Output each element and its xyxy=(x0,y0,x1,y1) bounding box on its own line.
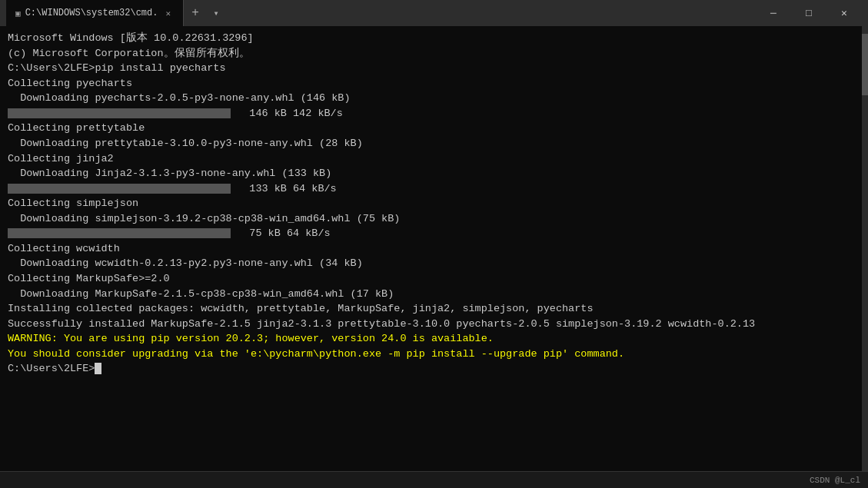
terminal-line: Collecting wcwidth xyxy=(8,241,860,257)
progress-info: 133 kB 64 kB/s xyxy=(231,183,337,194)
terminal-line: Collecting jinja2 xyxy=(8,151,860,167)
tab-dropdown-button[interactable]: ▾ xyxy=(207,0,225,26)
tab-area: ▣ C:\WINDOWS\system32\cmd. ✕ + ▾ xyxy=(6,0,756,26)
progress-info: 146 kB 142 kB/s xyxy=(231,108,343,119)
terminal-line: Downloading wcwidth-0.2.13-py2.py3-none-… xyxy=(8,256,860,271)
progress-bar-line: 133 kB 64 kB/s xyxy=(8,181,860,197)
terminal-line: Downloading simplejson-3.19.2-cp38-cp38-… xyxy=(8,211,860,227)
cursor xyxy=(95,363,101,374)
terminal-line: Collecting MarkupSafe>=2.0 xyxy=(8,271,860,287)
progress-bar-fill xyxy=(8,184,231,194)
progress-bar-line: 146 kB 142 kB/s xyxy=(8,106,860,121)
titlebar: ▣ C:\WINDOWS\system32\cmd. ✕ + ▾ ─ □ ✕ xyxy=(0,0,868,26)
prompt-line: C:\Users\2LFE> xyxy=(8,361,860,377)
terminal-line: Installing collected packages: wcwidth, … xyxy=(8,301,860,317)
bottom-bar: CSDN @L_cl xyxy=(0,471,868,488)
progress-info: 75 kB 64 kB/s xyxy=(231,227,331,239)
terminal-window: ▣ C:\WINDOWS\system32\cmd. ✕ + ▾ ─ □ ✕ M… xyxy=(0,0,868,488)
warning-line: WARNING: You are using pip version 20.2.… xyxy=(8,331,860,347)
new-tab-button[interactable]: + xyxy=(184,0,207,26)
terminal-line: Microsoft Windows [版本 10.0.22631.3296] xyxy=(8,31,860,46)
terminal-line: Collecting pyecharts xyxy=(8,76,860,91)
active-tab[interactable]: ▣ C:\WINDOWS\system32\cmd. ✕ xyxy=(6,0,184,26)
scrollbar[interactable] xyxy=(862,26,868,471)
terminal-line: Collecting prettytable xyxy=(8,121,860,136)
progress-bar-fill xyxy=(8,228,231,238)
terminal-line: Downloading prettytable-3.10.0-py3-none-… xyxy=(8,136,860,151)
terminal-body[interactable]: Microsoft Windows [版本 10.0.22631.3296](c… xyxy=(0,26,868,471)
progress-bar-fill xyxy=(8,108,231,118)
terminal-line: Downloading pyecharts-2.0.5-py3-none-any… xyxy=(8,91,860,106)
terminal-line: Downloading Jinja2-3.1.3-py3-none-any.wh… xyxy=(8,166,860,181)
cmd-icon: ▣ xyxy=(15,8,21,18)
bottom-label: CSDN @L_cl xyxy=(810,476,860,485)
close-button[interactable]: ✕ xyxy=(826,0,862,26)
minimize-button[interactable]: ─ xyxy=(756,0,791,26)
warning-line: You should consider upgrading via the 'e… xyxy=(8,347,860,362)
tab-label: C:\WINDOWS\system32\cmd. xyxy=(25,8,158,18)
terminal-line: Successfully installed MarkupSafe-2.1.5 … xyxy=(8,317,860,332)
terminal-line: C:\Users\2LFE>pip install pyecharts xyxy=(8,61,860,76)
terminal-line: Collecting simplejson xyxy=(8,196,860,211)
terminal-line: Downloading MarkupSafe-2.1.5-cp38-cp38-w… xyxy=(8,287,860,302)
tab-close-button[interactable]: ✕ xyxy=(162,7,174,20)
window-controls: ─ □ ✕ xyxy=(756,0,862,26)
progress-bar-line: 75 kB 64 kB/s xyxy=(8,226,860,241)
maximize-button[interactable]: □ xyxy=(791,0,826,26)
scroll-thumb[interactable] xyxy=(862,34,868,95)
terminal-line: (c) Microsoft Corporation。保留所有权利。 xyxy=(8,46,860,61)
